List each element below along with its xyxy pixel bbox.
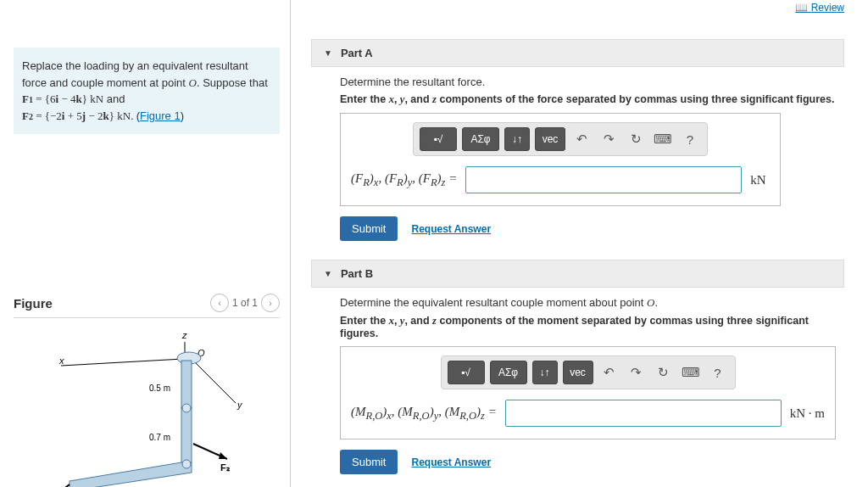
reset-button[interactable]: ↻ <box>653 361 675 384</box>
template-button[interactable]: ▪√ <box>448 361 485 384</box>
part-b-toolbar: ▪√ ΑΣφ ↓↑ vec ↶ ↷ ↻ ⌨ ? <box>441 355 736 389</box>
greek-button[interactable]: ΑΣφ <box>462 127 499 151</box>
part-b-input[interactable] <box>505 400 782 427</box>
figure-pager: ‹ 1 of 1 › <box>210 294 280 312</box>
part-a-var-label: (FR)x, (FR)y, (FR)z = <box>351 171 457 189</box>
figure-next-button[interactable]: › <box>261 294 280 312</box>
svg-point-6 <box>182 404 191 412</box>
part-a-toolbar: ▪√ ΑΣφ ↓↑ vec ↶ ↷ ↻ ⌨ ? <box>413 122 708 156</box>
svg-rect-5 <box>181 408 192 462</box>
redo-button[interactable]: ↷ <box>598 127 620 151</box>
part-a-hint: Enter the x, y, and z components of the … <box>311 93 844 113</box>
part-a-prompt: Determine the resultant force. <box>311 67 844 93</box>
svg-line-2 <box>192 359 236 403</box>
intro-F1: F1 = {6i − 4k} kN <box>22 92 103 105</box>
svg-line-1 <box>61 359 183 366</box>
undo-button[interactable]: ↶ <box>570 127 593 151</box>
intro-F2: F2 = {−2i + 5j − 2k} kN. <box>22 109 136 122</box>
part-b-title: Part B <box>341 267 373 280</box>
part-a-title: Part A <box>341 47 373 59</box>
part-b-unit: kN · m <box>790 406 825 421</box>
svg-marker-8 <box>219 452 227 459</box>
axis-y: y <box>236 400 243 410</box>
intro-O: O <box>189 76 197 89</box>
part-b-request-answer[interactable]: Request Answer <box>411 456 491 468</box>
figure-page-indicator: 1 of 1 <box>232 297 258 309</box>
part-a-answer-box: ▪√ ΑΣφ ↓↑ vec ↶ ↷ ↻ ⌨ ? (FR)x, (FR)y, (F… <box>340 113 781 206</box>
part-b-answer-box: ▪√ ΑΣφ ↓↑ vec ↶ ↷ ↻ ⌨ ? (MR,O)x, (MR,O)y… <box>340 346 836 439</box>
figure-header: Figure ‹ 1 of 1 › <box>14 294 280 318</box>
review-link[interactable]: 📖 Review <box>311 0 844 15</box>
undo-button[interactable]: ↶ <box>598 361 620 384</box>
axis-z: z <box>181 330 187 340</box>
redo-button[interactable]: ↷ <box>626 361 648 384</box>
problem-intro: Replace the loading by an equivalent res… <box>14 48 280 134</box>
part-a-request-answer[interactable]: Request Answer <box>411 223 491 235</box>
figure-link[interactable]: Figure 1 <box>140 109 181 122</box>
help-button[interactable]: ? <box>707 361 729 384</box>
part-b-var-label: (MR,O)x, (MR,O)y, (MR,O)z = <box>351 405 497 423</box>
svg-point-9 <box>182 460 191 468</box>
force-F2: F₂ <box>220 462 230 473</box>
part-b-prompt: Determine the equivalent resultant coupl… <box>311 288 844 315</box>
figure-prev-button[interactable]: ‹ <box>210 294 229 312</box>
vec-button[interactable]: vec <box>563 361 593 384</box>
part-b-hint: Enter the x, y, and z components of the … <box>311 315 844 346</box>
figure-image: z O x y 0.5 m 0.7 m F₂ 0.8 m <box>14 330 280 487</box>
intro-text-1b: . Suppose that <box>197 76 268 89</box>
part-a-input[interactable] <box>465 166 742 193</box>
greek-button[interactable]: ΑΣφ <box>490 361 527 384</box>
template-button[interactable]: ▪√ <box>420 127 457 151</box>
collapse-icon: ▼ <box>324 48 332 58</box>
keyboard-button[interactable]: ⌨ <box>652 127 674 151</box>
intro-and: and <box>103 92 125 105</box>
part-b-header[interactable]: ▼ Part B <box>311 260 844 288</box>
dim-b: 0.7 m <box>149 433 170 442</box>
axis-x: x <box>58 355 64 366</box>
dim-a: 0.5 m <box>149 383 170 393</box>
subscript-button[interactable]: ↓↑ <box>504 127 530 151</box>
collapse-icon: ▼ <box>324 269 332 278</box>
subscript-button[interactable]: ↓↑ <box>532 361 558 384</box>
part-a-submit-button[interactable]: Submit <box>340 216 398 241</box>
vec-button[interactable]: vec <box>535 127 565 151</box>
keyboard-button[interactable]: ⌨ <box>680 361 702 384</box>
figure-title: Figure <box>14 296 53 311</box>
part-a-unit: kN <box>750 173 765 188</box>
reset-button[interactable]: ↻ <box>625 127 647 151</box>
part-a-header[interactable]: ▼ Part A <box>311 39 844 67</box>
help-button[interactable]: ? <box>679 127 701 151</box>
part-b-submit-button[interactable]: Submit <box>340 450 398 474</box>
svg-rect-4 <box>181 361 192 408</box>
